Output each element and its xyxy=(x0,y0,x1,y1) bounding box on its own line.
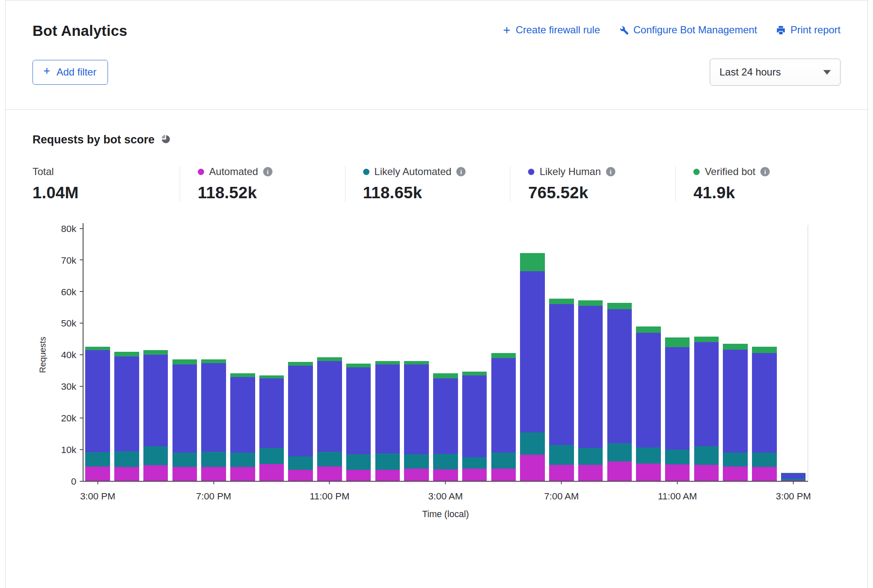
stat-likely-automated-value: 118.65k xyxy=(363,183,502,202)
print-report-link[interactable]: Print report xyxy=(776,24,841,36)
stat-automated-value: 118.52k xyxy=(198,183,337,202)
stat-verified-bot-value: 41.9k xyxy=(693,183,832,202)
create-firewall-rule-link[interactable]: Create firewall rule xyxy=(502,24,600,36)
header-section: Bot Analytics Create firewall rule Confi… xyxy=(5,0,868,110)
time-range-value: Last 24 hours xyxy=(719,66,781,78)
svg-text:40k: 40k xyxy=(61,350,77,360)
info-icon[interactable]: i xyxy=(606,167,615,176)
stat-verified-bot-label: Verified bot xyxy=(705,166,755,178)
svg-text:7:00 PM: 7:00 PM xyxy=(196,491,231,502)
plus-icon xyxy=(42,66,51,78)
stat-likely-automated-label: Likely Automated xyxy=(375,166,452,178)
svg-text:10k: 10k xyxy=(61,445,77,455)
info-icon[interactable]: i xyxy=(263,167,272,176)
verified-bot-legend-dot xyxy=(693,169,700,175)
svg-text:30k: 30k xyxy=(61,381,77,392)
configure-bot-management-label: Configure Bot Management xyxy=(633,24,757,36)
info-icon[interactable]: i xyxy=(456,167,466,176)
svg-text:3:00 PM: 3:00 PM xyxy=(776,491,811,502)
svg-text:60k: 60k xyxy=(61,287,77,297)
svg-text:Requests: Requests xyxy=(38,337,47,373)
section-title: Requests by bot score xyxy=(32,133,155,146)
likely-automated-legend-dot xyxy=(363,169,369,175)
add-filter-button[interactable]: Add filter xyxy=(32,60,108,85)
create-firewall-rule-label: Create firewall rule xyxy=(516,24,600,36)
pie-chart-icon xyxy=(161,134,171,146)
svg-text:80k: 80k xyxy=(61,224,77,234)
stat-total: Total 1.04M xyxy=(32,166,180,202)
info-icon[interactable]: i xyxy=(760,167,770,176)
stat-total-label: Total xyxy=(32,166,54,178)
stat-automated-label: Automated xyxy=(209,166,258,178)
stats-row: Total 1.04M Automated i 118.52k Likely A… xyxy=(32,166,841,202)
svg-text:20k: 20k xyxy=(61,413,77,423)
stat-automated: Automated i 118.52k xyxy=(180,166,345,202)
svg-text:11:00 PM: 11:00 PM xyxy=(310,491,349,502)
stat-likely-human-label: Likely Human xyxy=(539,166,601,178)
print-report-label: Print report xyxy=(790,24,841,36)
svg-text:50k: 50k xyxy=(61,318,77,329)
svg-text:0: 0 xyxy=(71,476,76,487)
content-section: Requests by bot score Total 1.04M Automa… xyxy=(5,110,868,524)
stat-total-value: 1.04M xyxy=(32,183,171,202)
chevron-down-icon xyxy=(823,70,831,75)
svg-text:3:00 PM: 3:00 PM xyxy=(80,491,115,502)
wrench-icon xyxy=(619,25,629,35)
printer-icon xyxy=(776,25,786,35)
stat-likely-automated: Likely Automated i 118.65k xyxy=(345,166,510,202)
stat-verified-bot: Verified bot i 41.9k xyxy=(675,166,841,202)
requests-chart[interactable]: 010k20k30k40k50k60k70k80k3:00 PM7:00 PM1… xyxy=(32,216,841,524)
stat-likely-human: Likely Human i 765.52k xyxy=(510,166,675,202)
page-title: Bot Analytics xyxy=(32,22,127,39)
automated-legend-dot xyxy=(198,169,204,175)
plus-icon xyxy=(502,25,512,35)
header-actions: Create firewall rule Configure Bot Manag… xyxy=(502,22,841,36)
stat-likely-human-value: 765.52k xyxy=(528,183,667,202)
likely-human-legend-dot xyxy=(528,169,534,175)
bot-analytics-card: Bot Analytics Create firewall rule Confi… xyxy=(5,0,868,588)
svg-text:7:00 AM: 7:00 AM xyxy=(544,491,579,502)
time-range-select[interactable]: Last 24 hours xyxy=(710,59,841,86)
svg-text:Time (local): Time (local) xyxy=(422,509,469,519)
svg-text:11:00 AM: 11:00 AM xyxy=(658,491,697,502)
configure-bot-management-link[interactable]: Configure Bot Management xyxy=(619,24,757,36)
svg-text:70k: 70k xyxy=(61,255,77,266)
svg-text:3:00 AM: 3:00 AM xyxy=(428,491,463,502)
add-filter-label: Add filter xyxy=(57,66,97,78)
